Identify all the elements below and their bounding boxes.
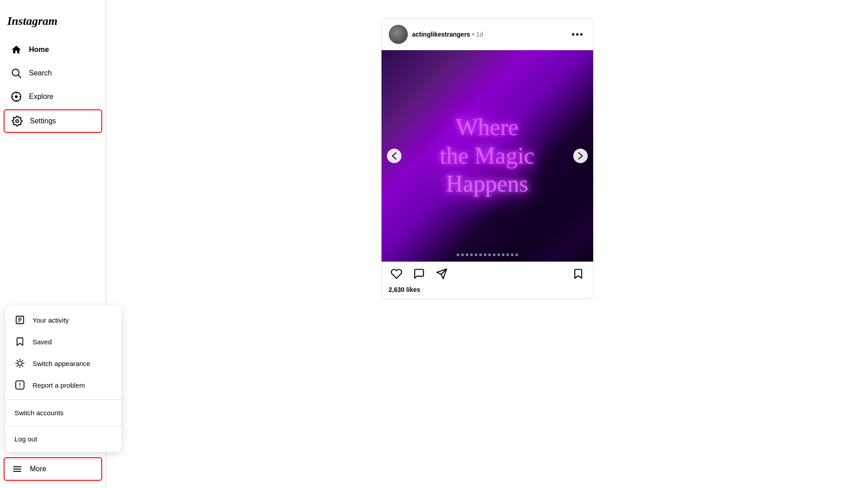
dot-4 [470,253,473,256]
dropdown-item-switch-accounts[interactable]: Switch accounts [5,404,121,422]
post-header: actinglikestrangers • 1d ••• [382,19,593,50]
comment-button[interactable] [411,266,427,282]
neon-line3: Happens [440,170,534,198]
settings-icon [12,116,23,127]
like-button[interactable] [389,266,404,282]
more-label: More [30,465,46,473]
sidebar-item-home-label: Home [29,46,49,54]
appearance-icon [14,358,25,369]
feed: actinglikestrangers • 1d ••• Where [381,18,594,470]
dropdown-report-label: Report a problem [33,381,85,389]
svg-point-13 [18,361,22,365]
dropdown-item-your-activity[interactable]: Your activity [5,309,121,331]
post-time: • 1d [472,31,483,38]
dropdown-item-logout[interactable]: Log out [5,430,121,448]
post-user-info: actinglikestrangers • 1d [412,30,483,38]
save-button[interactable] [571,266,586,282]
dot-8 [488,253,491,256]
dot-12 [506,253,509,256]
svg-rect-25 [13,466,21,467]
avatar[interactable] [389,25,408,44]
dot-14 [515,253,518,256]
sidebar-item-explore-label: Explore [29,93,53,101]
search-icon [11,68,22,79]
sidebar-item-home[interactable]: Home [4,39,102,61]
log-out-label: Log out [14,435,37,443]
sidebar-bottom: More [0,457,106,481]
dropdown-your-activity-label: Your activity [33,316,69,324]
home-icon [11,44,22,55]
dropdown-menu: Your activity Saved [5,305,121,452]
instagram-logo[interactable]: Instagram [0,7,106,39]
dot-10 [497,253,500,256]
dot-9 [493,253,495,256]
switch-accounts-label: Switch accounts [14,409,63,417]
dropdown-divider [5,399,121,400]
dot-6 [479,253,482,256]
dot-5 [475,253,477,256]
sidebar-item-search-label: Search [29,69,52,77]
svg-line-1 [18,75,21,78]
more-button[interactable]: More [4,457,102,481]
svg-point-3 [15,95,18,98]
dropdown-divider-2 [5,426,121,426]
post-options-button[interactable]: ••• [570,28,585,42]
explore-icon [11,91,22,102]
post-options-label: ••• [571,29,584,40]
main-content: actinglikestrangers • 1d ••• Where [106,0,868,488]
post-header-left: actinglikestrangers • 1d [389,25,483,44]
activity-icon [14,314,25,325]
carousel-prev-button[interactable] [387,149,401,163]
dropdown-switch-appearance-label: Switch appearance [33,360,90,367]
share-button[interactable] [434,266,449,282]
carousel-next-button[interactable] [573,149,588,163]
post-likes: 2,630 likes [382,286,593,299]
dot-13 [511,253,514,256]
post: actinglikestrangers • 1d ••• Where [381,18,594,299]
post-actions [382,262,593,286]
dropdown-item-report-problem[interactable]: Report a problem [5,374,121,396]
post-username[interactable]: actinglikestrangers [412,31,470,38]
post-image: Where the Magic Happens [382,50,593,262]
sidebar-item-settings-label: Settings [30,117,56,125]
dropdown-item-switch-appearance[interactable]: Switch appearance [5,352,121,374]
sidebar-item-explore[interactable]: Explore [4,86,102,108]
sidebar-item-settings[interactable]: Settings [4,109,102,133]
svg-line-19 [22,366,23,366]
dot-7 [484,253,486,256]
svg-point-24 [19,386,20,387]
carousel-dots [457,253,518,256]
neon-text: Where the Magic Happens [440,113,534,198]
avatar-image [389,25,408,44]
dot-3 [466,253,468,256]
dot-1 [457,253,459,256]
post-actions-left [389,266,449,282]
sidebar: Instagram Home Search [0,0,106,488]
dropdown-item-saved[interactable]: Saved [5,331,121,352]
neon-line1: Where [440,113,534,141]
svg-rect-27 [13,471,21,472]
saved-icon [14,336,25,347]
svg-line-18 [17,361,18,361]
svg-point-8 [16,120,19,122]
dot-11 [502,253,505,256]
report-icon [14,380,25,390]
neon-line2: the Magic [440,142,534,170]
menu-icon [12,464,23,474]
sidebar-item-search[interactable]: Search [4,62,102,84]
dot-2 [461,253,464,256]
svg-rect-26 [13,469,21,469]
svg-line-20 [17,366,18,366]
svg-line-21 [22,361,23,361]
dropdown-saved-label: Saved [33,338,52,346]
